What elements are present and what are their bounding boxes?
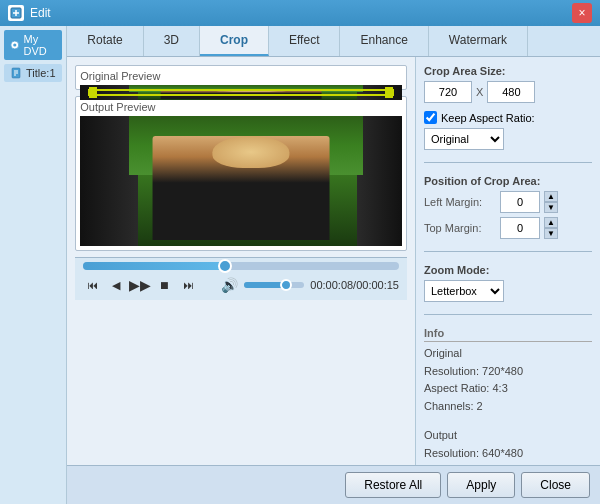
- sidebar: My DVD Title:1: [0, 26, 67, 504]
- original-preview-image: [80, 85, 402, 100]
- app-icon: [8, 5, 24, 21]
- top-margin-down[interactable]: ▼: [544, 228, 558, 239]
- info-output-label: Output: [424, 427, 592, 445]
- progress-thumb[interactable]: [218, 259, 232, 273]
- info-section: Info Original Resolution: 720*480 Aspect…: [424, 327, 592, 465]
- aspect-select-row: Original 16:9 4:3 1:1: [424, 128, 592, 150]
- left-margin-up[interactable]: ▲: [544, 191, 558, 202]
- output-preview-section: Output Preview: [75, 96, 407, 251]
- aspect-ratio-group: Keep Aspect Ratio: Original 16:9 4:3 1:1: [424, 111, 592, 150]
- zoom-mode-select[interactable]: Letterbox Pan & Scan Full: [424, 280, 504, 302]
- restore-all-button[interactable]: Restore All: [345, 472, 441, 498]
- main-container: My DVD Title:1 Rotate 3D Crop Effect Enh…: [0, 26, 600, 504]
- dvd-icon: [10, 39, 20, 51]
- apply-button[interactable]: Apply: [447, 472, 515, 498]
- left-margin-down[interactable]: ▼: [544, 202, 558, 213]
- tab-enhance[interactable]: Enhance: [340, 26, 428, 56]
- divider-3: [424, 314, 592, 315]
- info-output-resolution: Resolution: 640*480: [424, 445, 592, 463]
- top-margin-spinners: ▲ ▼: [544, 217, 558, 239]
- info-title: Info: [424, 327, 592, 342]
- svg-point-2: [13, 43, 16, 46]
- left-margin-row: Left Margin: ▲ ▼: [424, 191, 592, 213]
- time-display: 00:00:08/00:00:15: [310, 279, 399, 291]
- crop-area-size-label: Crop Area Size:: [424, 65, 592, 77]
- title-bar-title: Edit: [30, 6, 51, 20]
- close-window-button[interactable]: ×: [572, 3, 592, 23]
- progress-bar[interactable]: [83, 262, 399, 270]
- timeline-area: ⏮ ◀ ▶▶ ⏹ ⏭ 🔊 00:00:08/00:00:15: [75, 257, 407, 300]
- top-margin-label: Top Margin:: [424, 222, 496, 234]
- file-icon: [10, 67, 22, 79]
- stop-button[interactable]: ⏹: [155, 276, 173, 294]
- info-original-aspect: Aspect Ratio: 4:3: [424, 380, 592, 398]
- title-bar: Edit ×: [0, 0, 600, 26]
- volume-slider[interactable]: [244, 282, 304, 288]
- content-area: Rotate 3D Crop Effect Enhance Watermark …: [67, 26, 600, 504]
- x-separator: X: [476, 86, 483, 98]
- top-margin-input[interactable]: [500, 217, 540, 239]
- crop-size-row: X: [424, 81, 592, 103]
- rewind-button[interactable]: ◀: [107, 276, 125, 294]
- tab-3d[interactable]: 3D: [144, 26, 200, 56]
- info-original-label: Original: [424, 345, 592, 363]
- volume-thumb[interactable]: [280, 279, 292, 291]
- zoom-mode-group: Zoom Mode: Letterbox Pan & Scan Full: [424, 264, 592, 302]
- divider-1: [424, 162, 592, 163]
- progress-bar-fill: [83, 262, 225, 270]
- position-group: Position of Crop Area: Left Margin: ▲ ▼ …: [424, 175, 592, 239]
- zoom-mode-label: Zoom Mode:: [424, 264, 592, 276]
- sidebar-item-title1[interactable]: Title:1: [4, 64, 62, 82]
- close-button[interactable]: Close: [521, 472, 590, 498]
- fast-forward-button[interactable]: ▶▶: [131, 276, 149, 294]
- top-margin-row: Top Margin: ▲ ▼: [424, 217, 592, 239]
- skip-forward-button[interactable]: ⏭: [179, 276, 197, 294]
- volume-icon: 🔊: [221, 277, 238, 293]
- keep-aspect-ratio-row: Keep Aspect Ratio:: [424, 111, 592, 124]
- output-preview-label: Output Preview: [80, 101, 402, 113]
- original-preview-label: Original Preview: [80, 70, 402, 82]
- sidebar-header-label: My DVD: [24, 33, 57, 57]
- left-margin-input[interactable]: [500, 191, 540, 213]
- tab-rotate[interactable]: Rotate: [67, 26, 143, 56]
- tab-watermark[interactable]: Watermark: [429, 26, 528, 56]
- sidebar-header: My DVD: [4, 30, 62, 60]
- crop-width-input[interactable]: [424, 81, 472, 103]
- position-label: Position of Crop Area:: [424, 175, 592, 187]
- tab-crop[interactable]: Crop: [200, 26, 269, 56]
- info-original-channels: Channels: 2: [424, 398, 592, 416]
- work-area: Original Preview: [67, 57, 600, 465]
- output-preview-image: [80, 116, 402, 246]
- left-margin-label: Left Margin:: [424, 196, 496, 208]
- crop-height-input[interactable]: [487, 81, 535, 103]
- bottom-bar: Restore All Apply Close: [67, 465, 600, 504]
- tab-effect[interactable]: Effect: [269, 26, 340, 56]
- right-panel: Crop Area Size: X Keep Aspect Ratio:: [415, 57, 600, 465]
- aspect-ratio-select[interactable]: Original 16:9 4:3 1:1: [424, 128, 504, 150]
- original-preview-section: Original Preview: [75, 65, 407, 90]
- keep-aspect-ratio-label: Keep Aspect Ratio:: [441, 112, 535, 124]
- top-margin-up[interactable]: ▲: [544, 217, 558, 228]
- preview-panel: Original Preview: [67, 57, 415, 465]
- info-original-resolution: Resolution: 720*480: [424, 363, 592, 381]
- playback-controls: ⏮ ◀ ▶▶ ⏹ ⏭ 🔊 00:00:08/00:00:15: [83, 274, 399, 296]
- crop-area-size-group: Crop Area Size: X: [424, 65, 592, 103]
- sidebar-item-label: Title:1: [26, 67, 56, 79]
- keep-aspect-ratio-checkbox[interactable]: [424, 111, 437, 124]
- skip-back-button[interactable]: ⏮: [83, 276, 101, 294]
- title-bar-left: Edit: [8, 5, 51, 21]
- left-margin-spinners: ▲ ▼: [544, 191, 558, 213]
- tabs: Rotate 3D Crop Effect Enhance Watermark: [67, 26, 600, 57]
- divider-2: [424, 251, 592, 252]
